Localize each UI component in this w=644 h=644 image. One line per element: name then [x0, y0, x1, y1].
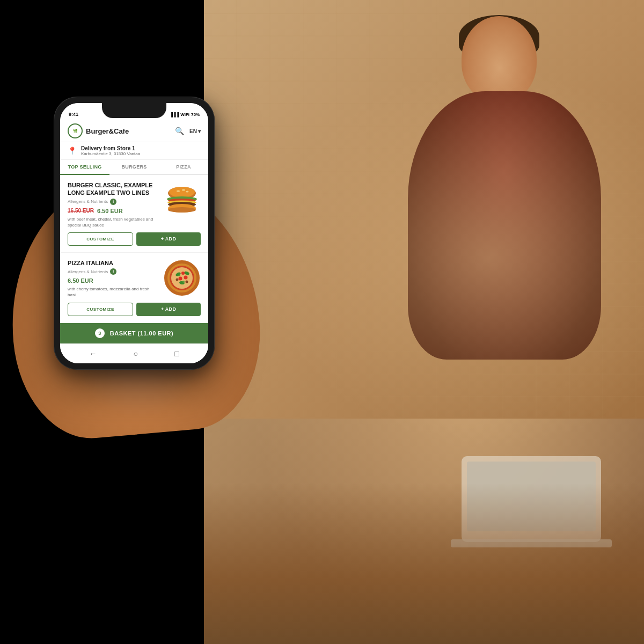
product-top-pizza: PIZZA ITALIANA Allergens & Nutrients i 6… [68, 259, 201, 303]
delivery-info: Delivery from Store 1 Karhumäentie 3, 01… [81, 145, 140, 156]
tab-burgers[interactable]: BURGERS [109, 160, 159, 174]
brand-name: Burger&Cafe [86, 127, 129, 135]
pizza-allergens-row: Allergens & Nutrients i [68, 268, 158, 275]
svg-point-5 [177, 191, 180, 192]
basket-label: BASKET (11.00 EUR) [110, 330, 173, 336]
status-icons: ▐▐▐ WiFi 75% [170, 112, 200, 117]
tab-top-selling[interactable]: TOP SELLING [60, 160, 109, 174]
search-button[interactable]: 🔍 [175, 127, 184, 135]
product-details-pizza: PIZZA ITALIANA Allergens & Nutrients i 6… [68, 259, 158, 303]
product-card-pizza: PIZZA ITALIANA Allergens & Nutrients i 6… [60, 253, 208, 323]
pizza-allergens-text: Allergens & Nutrients [68, 269, 108, 274]
status-time: 9:41 [69, 112, 78, 117]
phone-notch [102, 103, 166, 118]
burger-allergens-text: Allergens & Nutrients [68, 199, 108, 204]
svg-point-24 [176, 278, 179, 281]
svg-point-13 [168, 207, 196, 213]
product-top-burger: BURGER CLASSIC, EXAMPLE LONG EXAMPLE TWO… [68, 181, 201, 232]
svg-point-21 [179, 276, 182, 280]
burger-current-price: 6.50 EUR [97, 208, 123, 214]
pizza-actions: CUSTOMIZE + ADD [68, 303, 201, 316]
burger-info-icon[interactable]: i [110, 199, 116, 205]
logo-icon: 🌿 [68, 123, 83, 138]
wifi-icon: WiFi [180, 112, 189, 117]
pizza-image [163, 259, 201, 297]
burger-allergens-row: Allergens & Nutrients i [68, 199, 158, 205]
home-button[interactable]: ○ [134, 349, 138, 358]
header-right: 🔍 EN ▾ [175, 127, 201, 135]
svg-point-25 [186, 280, 188, 283]
burger-description: with beef meat, chedar, fresh vegetables… [68, 216, 158, 228]
burger-original-price: 16.50 EUR [68, 208, 94, 214]
scene-table [204, 483, 644, 644]
svg-point-4 [169, 187, 195, 197]
pizza-add-button[interactable]: + ADD [136, 303, 201, 316]
phone-frame: 9:41 ▐▐▐ WiFi 75% 🌿 Burger&Cafe 🔍 [54, 97, 215, 370]
pizza-customize-button[interactable]: CUSTOMIZE [68, 303, 133, 316]
svg-point-7 [186, 191, 189, 193]
basket-bar[interactable]: 3 BASKET (11.00 EUR) [60, 323, 208, 343]
pizza-price-row: 6.50 EUR [68, 277, 158, 284]
category-tabs: TOP SELLING BURGERS PIZZA [60, 160, 208, 175]
phone-container: 9:41 ▐▐▐ WiFi 75% 🌿 Burger&Cafe 🔍 [21, 97, 247, 370]
recent-button[interactable]: □ [174, 349, 179, 358]
pizza-current-price: 6.50 EUR [68, 277, 93, 284]
bottom-nav: ← ○ □ [60, 343, 208, 363]
burger-actions: CUSTOMIZE + ADD [68, 232, 201, 246]
svg-point-22 [184, 275, 188, 279]
basket-count: 3 [95, 328, 105, 338]
tab-pizza[interactable]: PIZZA [159, 160, 208, 174]
pizza-svg [163, 259, 201, 297]
language-selector[interactable]: EN ▾ [189, 128, 201, 134]
location-icon: 📍 [68, 147, 77, 155]
signal-icon: ▐▐▐ [170, 112, 179, 117]
back-button[interactable]: ← [89, 349, 97, 358]
phone-outer: 9:41 ▐▐▐ WiFi 75% 🌿 Burger&Cafe 🔍 [54, 97, 215, 370]
product-list: BURGER CLASSIC, EXAMPLE LONG EXAMPLE TWO… [60, 175, 208, 323]
background-photo [204, 0, 644, 644]
store-name: Delivery from Store 1 [81, 145, 140, 151]
delivery-row[interactable]: 📍 Delivery from Store 1 Karhumäentie 3, … [60, 142, 208, 160]
svg-point-6 [182, 189, 185, 191]
burger-svg [163, 181, 201, 219]
brand-logo: 🌿 Burger&Cafe [68, 123, 129, 138]
pizza-name: PIZZA ITALIANA [68, 259, 158, 267]
product-card-burger: BURGER CLASSIC, EXAMPLE LONG EXAMPLE TWO… [60, 175, 208, 253]
svg-point-26 [182, 281, 185, 283]
phone-screen: 9:41 ▐▐▐ WiFi 75% 🌿 Burger&Cafe 🔍 [60, 103, 208, 363]
app-header: 🌿 Burger&Cafe 🔍 EN ▾ [60, 119, 208, 142]
burger-add-button[interactable]: + ADD [136, 232, 201, 246]
pizza-description: with cherry tomatoes, mozzarella and fre… [68, 286, 158, 298]
burger-customize-button[interactable]: CUSTOMIZE [68, 232, 133, 246]
burger-image [163, 181, 201, 219]
product-details-burger: BURGER CLASSIC, EXAMPLE LONG EXAMPLE TWO… [68, 181, 158, 232]
svg-point-23 [181, 272, 185, 275]
svg-point-27 [179, 274, 180, 276]
pizza-info-icon[interactable]: i [110, 268, 116, 275]
store-address: Karhumäentie 3, 01530 Vantaa [81, 151, 140, 156]
battery-icon: 75% [191, 112, 200, 117]
burger-price-row: 16.50 EUR 6.50 EUR [68, 208, 158, 214]
burger-name: BURGER CLASSIC, EXAMPLE LONG EXAMPLE TWO… [68, 181, 158, 197]
